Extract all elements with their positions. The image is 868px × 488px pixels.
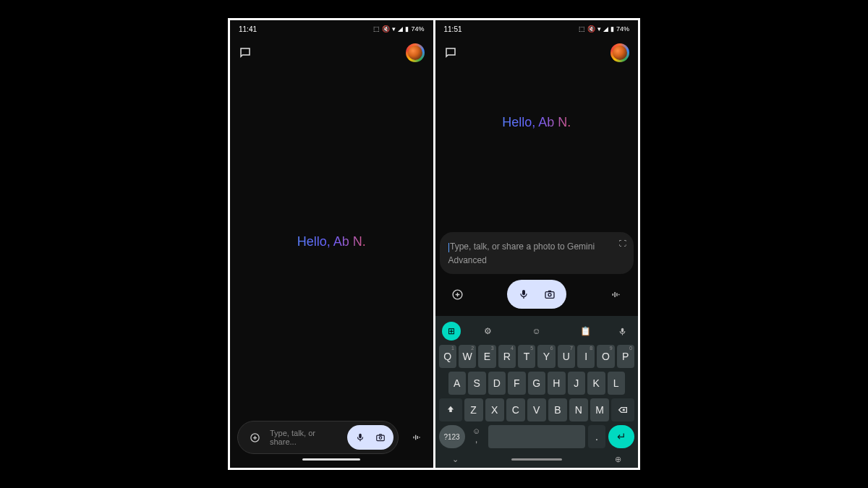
key-l[interactable]: L [608, 372, 626, 395]
kb-mic-icon[interactable] [613, 322, 631, 341]
key-backspace[interactable] [611, 398, 634, 421]
status-time: 11:41 [239, 25, 257, 33]
key-k[interactable]: K [587, 372, 605, 395]
key-r[interactable]: R4 [498, 345, 516, 368]
mic-icon[interactable] [513, 284, 535, 304]
key-o[interactable]: O9 [597, 345, 614, 368]
svg-rect-10 [545, 292, 554, 299]
key-space[interactable] [488, 425, 586, 448]
expand-icon[interactable]: ⛶ [619, 239, 626, 247]
key-d[interactable]: D [488, 372, 506, 395]
key-c[interactable]: C [506, 398, 525, 421]
key-enter[interactable]: ↵ [608, 425, 634, 448]
kb-row-3: ZXCVBNM [438, 398, 637, 421]
key-x[interactable]: X [485, 398, 504, 421]
status-indicators: ⬚ 🔇 ▾ ◢ ▮ 74% [579, 25, 629, 33]
key-w[interactable]: W2 [459, 345, 476, 368]
kb-globe-icon[interactable]: ⊕ [615, 455, 621, 464]
mic-icon[interactable] [350, 428, 370, 447]
text-cursor [448, 243, 450, 252]
add-icon[interactable] [245, 428, 264, 447]
main-content: Hello, Ab N. [435, 68, 639, 228]
kb-collapse-icon[interactable]: ⌄ [452, 455, 459, 464]
key-q[interactable]: Q1 [439, 345, 456, 368]
camera-icon[interactable] [539, 284, 561, 304]
key-v[interactable]: V [527, 398, 546, 421]
svg-rect-2 [376, 435, 384, 441]
chat-icon[interactable] [444, 46, 457, 59]
signal-icon: ◢ [398, 25, 403, 33]
home-indicator[interactable] [302, 458, 360, 461]
kb-row-4: ?123 ☺, . ↵ [438, 425, 637, 448]
app-header [230, 38, 433, 68]
signal-icon: ◢ [603, 25, 608, 33]
profile-avatar[interactable] [610, 43, 629, 62]
wifi-icon: ▾ [597, 25, 601, 33]
battery-percent: 74% [411, 25, 424, 33]
svg-rect-13 [614, 291, 615, 296]
voice-camera-pill [507, 280, 566, 309]
key-s[interactable]: S [468, 372, 486, 395]
input-actions [435, 274, 639, 316]
kb-emoji-icon[interactable]: ☺ [527, 322, 546, 341]
chat-icon[interactable] [239, 46, 252, 59]
keyboard-toolbar: ⊞ ⚙ ☺ 📋 [438, 319, 637, 345]
kb-row-2: ASDFGHJKL [438, 372, 637, 395]
kb-apps-icon[interactable]: ⊞ [442, 322, 461, 341]
keyboard: ⊞ ⚙ ☺ 📋 Q1W2E3R4T5Y6U7I8O9P0 ASDFGHJKL Z… [435, 316, 639, 468]
key-z[interactable]: Z [464, 398, 483, 421]
key-t[interactable]: T5 [518, 345, 535, 368]
svg-point-11 [548, 294, 551, 296]
link-icon: ⬚ [373, 25, 380, 33]
key-n[interactable]: N [569, 398, 588, 421]
key-period[interactable]: . [588, 425, 605, 448]
status-bar: 11:41 ⬚ 🔇 ▾ ◢ ▮ 74% [230, 20, 433, 38]
input-placeholder: Type, talk, or share... [270, 429, 341, 446]
key-shift[interactable] [439, 398, 462, 421]
wifi-icon: ▾ [392, 25, 396, 33]
key-y[interactable]: Y6 [537, 345, 555, 368]
svg-rect-9 [522, 290, 525, 295]
input-placeholder: Type, talk, or share a photo to Gemini A… [448, 241, 595, 265]
profile-avatar[interactable] [406, 43, 425, 62]
battery-icon: ▮ [610, 25, 614, 33]
key-emoji-comma[interactable]: ☺, [468, 425, 485, 448]
phone-screen-right: 11:51 ⬚ 🔇 ▾ ◢ ▮ 74% Hello, Ab N. Type, t… [435, 20, 639, 468]
status-bar: 11:51 ⬚ 🔇 ▾ ◢ ▮ 74% [435, 20, 639, 38]
status-indicators: ⬚ 🔇 ▾ ◢ ▮ 74% [373, 25, 424, 33]
key-g[interactable]: G [528, 372, 546, 395]
home-indicator[interactable] [511, 458, 562, 461]
svg-point-3 [379, 437, 382, 440]
mute-icon: 🔇 [587, 25, 595, 33]
key-e[interactable]: E3 [478, 345, 495, 368]
phone-screen-left: 11:41 ⬚ 🔇 ▾ ◢ ▮ 74% Hello, Ab N. [230, 20, 433, 468]
text-input-container[interactable]: Type, talk, or share... [237, 421, 399, 454]
mute-icon: 🔇 [382, 25, 390, 33]
key-symbols[interactable]: ?123 [439, 425, 465, 448]
key-i[interactable]: I8 [577, 345, 595, 368]
live-icon[interactable] [606, 285, 625, 304]
key-b[interactable]: B [548, 398, 567, 421]
comparison-frame: 11:41 ⬚ 🔇 ▾ ◢ ▮ 74% Hello, Ab N. [228, 18, 640, 470]
key-p[interactable]: P0 [617, 345, 634, 368]
key-h[interactable]: H [548, 372, 566, 395]
key-f[interactable]: F [508, 372, 526, 395]
add-icon[interactable] [448, 285, 467, 304]
svg-rect-4 [413, 437, 414, 439]
camera-icon[interactable] [370, 428, 391, 447]
key-a[interactable]: A [448, 372, 467, 395]
key-j[interactable]: J [568, 372, 586, 395]
key-m[interactable]: M [590, 398, 609, 421]
text-input-expanded[interactable]: Type, talk, or share a photo to Gemini A… [440, 232, 634, 274]
svg-rect-5 [415, 435, 416, 440]
kb-clipboard-icon[interactable]: 📋 [576, 322, 595, 341]
status-time: 11:51 [444, 25, 462, 33]
input-area: Type, talk, or share... [230, 415, 433, 468]
key-u[interactable]: U7 [558, 345, 575, 368]
live-icon[interactable] [407, 428, 426, 447]
kb-settings-icon[interactable]: ⚙ [478, 322, 497, 341]
main-content: Hello, Ab N. [230, 68, 433, 415]
svg-rect-14 [616, 293, 617, 296]
svg-rect-1 [359, 434, 362, 438]
voice-camera-pill [347, 425, 393, 450]
